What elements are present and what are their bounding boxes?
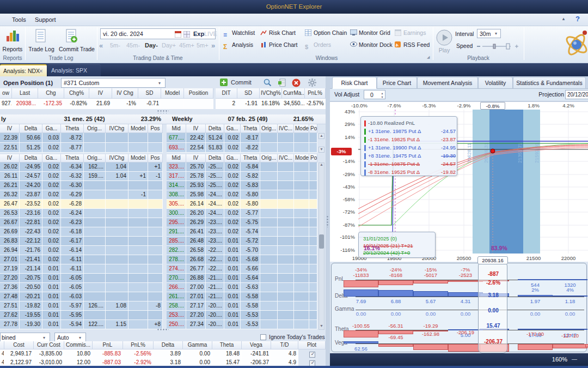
option-cell[interactable]: -22.43 (20, 227, 42, 237)
option-cell[interactable]: -8.17 (241, 133, 260, 143)
option-cell[interactable]: 22.42 (186, 133, 206, 143)
windows-button-risk-chart[interactable]: Risk Chart (269, 29, 306, 37)
column-header[interactable]: Delta (206, 154, 224, 162)
option-cell[interactable]: -22.... (206, 246, 224, 255)
option-cell[interactable] (128, 246, 148, 255)
option-cell[interactable] (294, 274, 309, 283)
tab-movement-analysis[interactable]: Movement Analysis (417, 77, 478, 89)
option-cell[interactable]: 26.68 (186, 255, 206, 264)
option-cell[interactable]: -6.30 (61, 181, 84, 190)
option-cell[interactable] (260, 264, 278, 274)
option-cell[interactable] (309, 172, 317, 181)
option-cell[interactable]: 0.02 (224, 209, 241, 218)
option-cell[interactable]: -5.53 (241, 320, 260, 329)
expiry-grid-icon[interactable] (183, 31, 190, 38)
option-cell[interactable]: 0.02 (224, 143, 241, 153)
option-cell[interactable]: +1 (148, 162, 163, 172)
option-cell[interactable] (309, 283, 317, 292)
option-cell[interactable] (309, 209, 317, 218)
column-header[interactable]: Theta (241, 154, 260, 162)
option-cell[interactable]: 25.98 (186, 190, 206, 200)
option-cell[interactable] (106, 264, 128, 274)
menu-item-support[interactable]: Support (33, 15, 58, 25)
option-cell[interactable] (106, 133, 128, 143)
column-header[interactable]: IV (0, 124, 20, 133)
option-cell[interactable] (84, 264, 106, 274)
option-cell[interactable]: 26.47 (0, 200, 20, 209)
option-cell[interactable]: 26.69 (0, 227, 20, 237)
column-header[interactable]: Theta (212, 341, 242, 349)
option-cell[interactable]: 26.02 (0, 162, 20, 172)
column-header[interactable]: Theta (241, 124, 260, 133)
option-cell[interactable] (84, 200, 106, 209)
option-cell[interactable] (278, 283, 294, 292)
time-nav-5m[interactable]: 5m- (110, 42, 126, 50)
option-cell[interactable]: 27.17 (186, 301, 206, 311)
option-cell[interactable]: -6.17 (61, 237, 84, 246)
option-cell[interactable] (278, 190, 294, 200)
option-cell[interactable] (84, 133, 106, 143)
option-cell[interactable]: 0.01 (42, 320, 61, 329)
column-header[interactable]: PnL% (123, 341, 154, 349)
option-cell[interactable]: 51.24 (206, 133, 224, 143)
column-header[interactable]: Ga... (42, 124, 61, 133)
option-cell[interactable] (294, 190, 309, 200)
option-cell[interactable]: -22.... (206, 264, 224, 274)
option-cell[interactable]: -23.52 (20, 200, 42, 209)
splitter-grip-icon[interactable] (157, 328, 169, 331)
column-header[interactable]: DIT (216, 88, 237, 99)
column-header[interactable]: Pos (148, 154, 163, 162)
help-icon[interactable]: ? (574, 15, 581, 23)
option-cell[interactable]: 26.29 (186, 218, 206, 227)
option-cell[interactable] (128, 237, 148, 246)
option-cell[interactable]: 0.01 (42, 301, 61, 311)
menu-item-tools[interactable]: Tools (10, 15, 28, 25)
scroll-down-icon[interactable]: ▼ (318, 147, 324, 153)
option-cell[interactable] (278, 274, 294, 283)
option-cell[interactable]: 0.02 (224, 162, 241, 172)
close-position-icon[interactable] (292, 79, 301, 87)
option-cell[interactable]: 266.... (167, 283, 186, 292)
column-header[interactable]: IVC... (278, 154, 294, 162)
option-cell[interactable]: 0.02 (224, 172, 241, 181)
option-cell[interactable] (294, 218, 309, 227)
option-cell[interactable]: 0.01 (42, 264, 61, 274)
option-cell[interactable] (128, 292, 148, 301)
option-cell[interactable]: -5.66 (241, 264, 260, 274)
option-cell[interactable]: 0.02 (224, 218, 241, 227)
option-cell[interactable]: 1.04 (106, 172, 128, 181)
tab-analysis--ndx[interactable]: Analysis: NDX× (0, 64, 47, 76)
option-cell[interactable]: 0.03 (42, 133, 61, 143)
spinner-down-icon[interactable]: ▾ (379, 95, 385, 99)
option-cell[interactable]: -5.64 (241, 274, 260, 283)
option-cell[interactable]: 26.53 (0, 209, 20, 218)
option-cell[interactable]: 0.01 (224, 274, 241, 283)
column-header[interactable]: Last (12, 88, 38, 99)
pin-icon[interactable]: ▴ (560, 16, 567, 23)
column-header[interactable]: PnL (93, 341, 123, 349)
option-cell[interactable] (260, 172, 278, 181)
option-cell[interactable]: 677.... (167, 133, 186, 143)
option-cell[interactable]: 27.01 (186, 292, 206, 301)
option-cell[interactable]: 51.83 (206, 143, 224, 153)
option-cell[interactable]: 22.39 (0, 133, 20, 143)
option-cell[interactable] (106, 255, 128, 264)
option-cell[interactable]: -5.53 (241, 311, 260, 320)
column-header[interactable]: Curr Cost (34, 341, 64, 349)
option-cell[interactable] (294, 255, 309, 264)
option-cell[interactable] (278, 227, 294, 237)
column-header[interactable]: Model (128, 124, 148, 133)
option-cell[interactable]: -19.82 (20, 301, 42, 311)
option-cell[interactable]: 26.77 (186, 264, 206, 274)
panel-splitter[interactable] (326, 76, 330, 368)
option-cell[interactable] (294, 320, 309, 329)
option-cell[interactable] (148, 143, 163, 153)
reports-button[interactable]: Reports (0, 46, 25, 53)
option-cell[interactable]: 0.01 (224, 283, 241, 292)
option-cell[interactable]: 0.01 (224, 292, 241, 301)
option-cell[interactable]: -20.75 (20, 274, 42, 283)
gear-icon[interactable] (308, 79, 317, 87)
option-cell[interactable] (294, 227, 309, 237)
column-header[interactable]: Model (294, 154, 309, 162)
position-cell[interactable]: 18.48 (212, 349, 242, 358)
